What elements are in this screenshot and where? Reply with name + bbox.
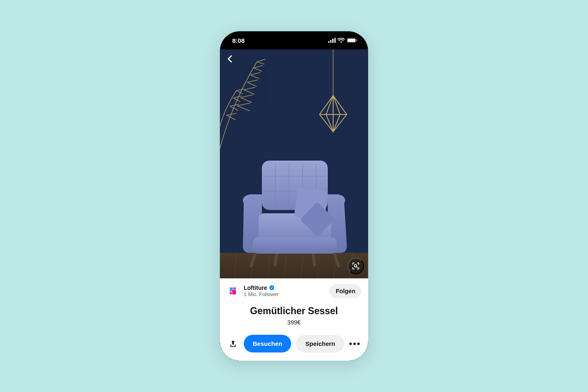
product-title: Gemütlicher Sessel xyxy=(226,306,362,317)
svg-rect-29 xyxy=(230,292,232,294)
decor-armchair-icon xyxy=(236,157,352,268)
creator-logo-icon xyxy=(229,287,238,296)
more-icon: ••• xyxy=(349,338,361,349)
share-icon xyxy=(229,339,238,348)
phone-frame: 8:08 xyxy=(220,31,368,361)
more-button[interactable]: ••• xyxy=(349,338,361,350)
chevron-left-icon xyxy=(226,54,235,63)
action-row: Besuchen Speichern ••• xyxy=(226,335,362,352)
follow-button[interactable]: Folgen xyxy=(329,284,362,298)
save-button[interactable]: Speichern xyxy=(296,335,344,352)
status-bar: 8:08 xyxy=(220,31,368,49)
creator-row: Loftiture 1 Mio. Follower Folgen xyxy=(226,284,362,298)
verified-badge-icon xyxy=(269,285,275,291)
svg-rect-3 xyxy=(334,38,336,43)
status-time: 8:08 xyxy=(232,37,245,44)
svg-rect-30 xyxy=(232,290,236,294)
svg-rect-27 xyxy=(230,287,233,291)
creator-followers: 1 Mio. Follower xyxy=(244,292,325,298)
svg-line-26 xyxy=(357,267,357,268)
svg-rect-0 xyxy=(328,41,329,43)
share-button[interactable] xyxy=(227,338,239,350)
visual-search-icon xyxy=(351,261,360,271)
creator-name: Loftiture xyxy=(244,285,267,292)
svg-line-10 xyxy=(251,251,256,266)
svg-rect-6 xyxy=(357,40,357,42)
decor-palm-icon xyxy=(220,49,282,152)
pin-image[interactable] xyxy=(220,49,368,278)
creator-avatar[interactable] xyxy=(226,285,240,298)
battery-icon xyxy=(347,38,357,43)
creator-text[interactable]: Loftiture 1 Mio. Follower xyxy=(244,285,325,298)
pin-detail-sheet: Loftiture 1 Mio. Follower Folgen Gemütli… xyxy=(220,278,368,361)
svg-rect-5 xyxy=(348,39,355,42)
decor-lamp-icon xyxy=(315,49,352,136)
svg-line-13 xyxy=(334,251,338,266)
status-indicators xyxy=(328,38,357,43)
cellular-icon xyxy=(328,38,336,43)
svg-rect-1 xyxy=(330,40,331,43)
visit-button[interactable]: Besuchen xyxy=(244,335,292,352)
visual-search-button[interactable] xyxy=(348,258,364,274)
wifi-icon xyxy=(338,38,345,43)
svg-rect-28 xyxy=(233,287,236,289)
svg-rect-2 xyxy=(332,39,334,43)
back-button[interactable] xyxy=(226,54,235,65)
svg-line-12 xyxy=(313,253,315,265)
svg-rect-22 xyxy=(253,237,337,254)
svg-line-11 xyxy=(275,253,277,265)
product-price: 399€ xyxy=(226,319,362,326)
